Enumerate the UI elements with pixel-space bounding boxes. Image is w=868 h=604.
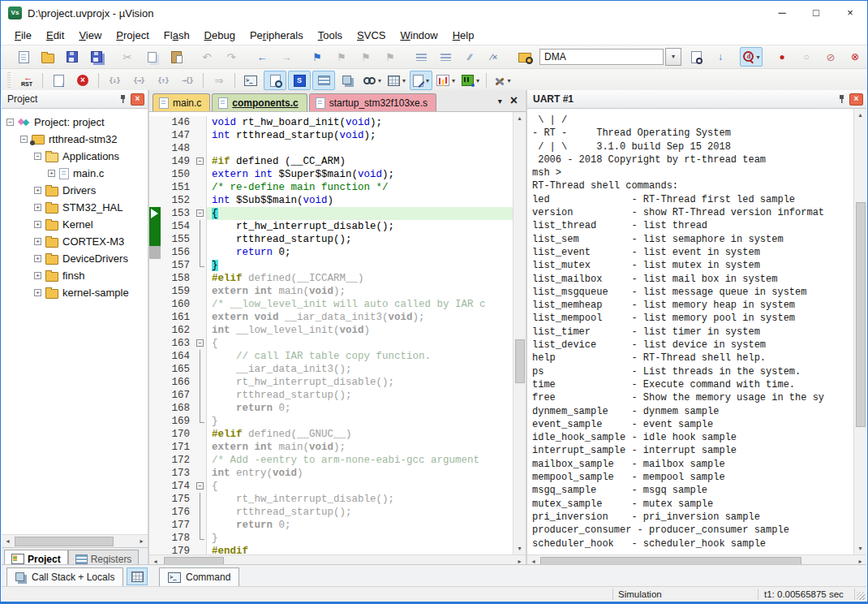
serial-windows-button[interactable]: ▾ [410,71,432,90]
menu-help[interactable]: Help [445,28,482,43]
tree-expander-icon[interactable]: + [34,255,41,262]
scroll-thumb[interactable] [15,537,114,546]
scroll-thumb[interactable] [515,339,525,383]
step-into-button[interactable]: {↓} [103,71,126,90]
combo-dropdown-icon[interactable]: ▾ [665,48,681,66]
tab-command[interactable]: Command [159,567,239,586]
menu-svcs[interactable]: SVCS [350,28,393,43]
open-file-button[interactable] [37,47,59,67]
cut-button[interactable]: ✂ [116,47,139,67]
tree-item-project-project[interactable]: −Project: project [2,114,148,131]
breakpoint-margin[interactable] [149,467,161,480]
breakpoint-margin[interactable] [149,402,161,415]
kill-all-breakpoints-button[interactable]: ⊗ [844,47,866,67]
redo-button[interactable]: ↷ [220,47,243,67]
tree-item-finsh[interactable]: +finsh [2,267,148,284]
scroll-down-icon[interactable]: ▾ [854,542,866,554]
breakpoint-margin[interactable] [149,532,161,545]
command-window-button[interactable] [239,71,262,90]
breakpoint-margin[interactable] [149,415,161,428]
menu-window[interactable]: Window [393,28,445,43]
bookmark-previous-button[interactable]: ⚑ [330,47,353,67]
undo-button[interactable]: ↶ [196,47,218,67]
dropdown-arrow-icon[interactable]: ▾ [402,77,406,84]
show-next-statement-button[interactable]: ⇒ [208,71,230,90]
tree-expander-icon[interactable]: − [20,136,28,143]
close-button[interactable]: × [833,1,867,25]
uart-vscrollbar[interactable]: ▴ ▾ [853,109,866,554]
disable-breakpoint-button[interactable]: ○ [795,47,818,67]
incremental-find-button[interactable]: ↓ [709,47,732,67]
bookmark-next-button[interactable]: ⚑ [355,47,377,67]
breakpoint-margin[interactable] [149,181,161,194]
code-editor[interactable]: 146void rt_hw_board_init(void);147int rt… [149,112,513,554]
breakpoint-margin[interactable] [149,285,161,298]
call-stack-window-button[interactable] [337,71,359,90]
new-file-button[interactable] [12,47,35,67]
breakpoint-margin[interactable] [149,428,161,441]
scroll-up-icon[interactable]: ▴ [854,109,866,121]
step-out-button[interactable]: {↑} [152,71,174,90]
scroll-thumb[interactable] [856,202,866,427]
tree-item-kernel-sample[interactable]: +kernel-sample [2,284,148,301]
scroll-down-icon[interactable]: ▾ [513,542,526,554]
fold-collapse-icon[interactable] [196,480,207,493]
tree-item-main-c[interactable]: +main.c [2,165,148,182]
tree-item-cortex-m3[interactable]: +CORTEX-M3 [2,233,148,250]
execution-marker[interactable] [149,220,161,233]
toolbox-button[interactable]: ▾ [491,71,513,90]
indent-button[interactable] [434,47,457,67]
minimize-button[interactable]: ─ [765,1,799,25]
tree-expander-icon[interactable]: + [34,289,41,296]
tree-item-rtthread-stm32[interactable]: −rtthread-stm32 [2,131,148,148]
scroll-right-icon[interactable]: ▸ [135,535,148,547]
project-tree[interactable]: −Project: project−rtthread-stm32−Applica… [2,109,148,534]
tree-expander-icon[interactable]: + [34,204,41,211]
dropdown-arrow-icon[interactable]: ▾ [476,77,479,84]
bookmark-toggle-button[interactable]: ⚑ [306,47,329,67]
breakpoint-margin[interactable] [149,389,161,402]
breakpoint-margin[interactable] [149,311,161,324]
stop-button[interactable] [71,71,94,90]
breakpoint-margin[interactable] [149,363,161,376]
memory-windows-button[interactable]: ▾ [385,71,408,90]
run-to-cursor-button[interactable]: →{} [176,71,199,90]
execution-marker[interactable] [149,246,161,259]
breakpoint-margin[interactable] [149,545,161,554]
navigate-forward-button[interactable]: → [275,47,298,67]
uart-panel-close-icon[interactable]: × [849,93,863,106]
tree-item-stm32-hal[interactable]: +STM32_HAL [2,199,148,216]
breakpoint-margin[interactable] [149,441,161,454]
breakpoint-margin[interactable] [149,142,161,155]
breakpoint-margin[interactable] [149,493,161,506]
fold-collapse-icon[interactable] [196,207,207,220]
uart-console[interactable]: \ | /- RT - Thread Operating System / | … [527,109,853,554]
scroll-left-icon[interactable]: ◂ [2,535,14,547]
scroll-up-icon[interactable]: ▴ [513,112,526,124]
tree-item-drivers[interactable]: +Drivers [2,182,148,199]
step-over-button[interactable]: {→} [127,71,150,90]
tab-call-stack-locals[interactable]: Call Stack + Locals [6,567,123,586]
find-in-files-folder-button[interactable] [513,47,536,67]
analysis-windows-button[interactable]: ▾ [434,71,458,90]
close-document-icon[interactable]: × [510,93,518,108]
system-viewer-button[interactable]: ▾ [459,71,482,90]
breakpoint-margin[interactable] [149,194,161,207]
tree-item-applications[interactable]: −Applications [2,148,148,165]
dropdown-arrow-icon[interactable]: ▾ [452,77,455,84]
tree-item-kernel[interactable]: +Kernel [2,216,148,233]
start-stop-debug-button[interactable]: ▾ [740,47,763,67]
resize-grip[interactable] [857,592,865,600]
tree-expander-icon[interactable]: − [6,119,14,126]
symbols-window-button[interactable]: S [288,71,311,90]
breakpoint-margin[interactable] [149,155,161,168]
paste-button[interactable] [165,47,187,67]
tree-expander-icon[interactable]: + [34,238,41,245]
unindent-button[interactable] [410,47,432,67]
disassembly-window-button[interactable] [264,71,286,90]
menu-edit[interactable]: Edit [39,28,71,43]
project-panel-close-icon[interactable]: × [131,93,144,106]
menu-flash[interactable]: Flash [157,28,197,43]
save-all-button[interactable] [85,47,108,67]
editor-tab-components-c[interactable]: components.c [212,93,307,111]
